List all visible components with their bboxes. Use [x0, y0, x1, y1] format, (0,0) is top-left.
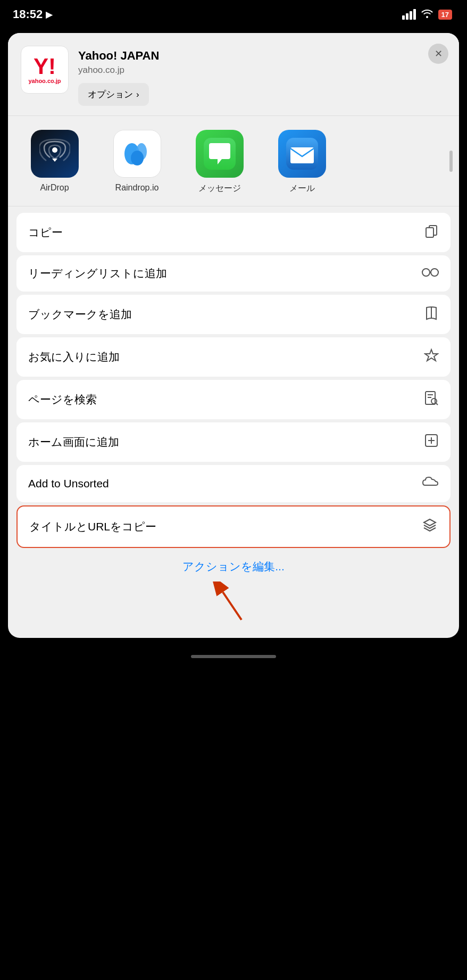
- glasses-icon: [422, 266, 439, 281]
- mail-label: メール: [289, 183, 315, 194]
- arrow-annotation: [8, 579, 459, 627]
- copy-label: コピー: [28, 225, 63, 240]
- star-icon: [424, 348, 439, 366]
- app-item-airdrop[interactable]: AirDrop: [13, 126, 96, 198]
- share-sheet-header: Y! yahoo.co.jp Yahoo! JAPAN yahoo.co.jp …: [8, 33, 459, 116]
- edit-actions[interactable]: アクションを編集...: [8, 550, 459, 579]
- apps-row: AirDrop Raindrop.io: [8, 126, 459, 198]
- location-icon: ▶: [46, 10, 52, 20]
- svg-line-22: [223, 592, 241, 620]
- copy-icon: [424, 223, 439, 242]
- raindrop-label: Raindrop.io: [115, 183, 159, 193]
- time-display: 18:52: [13, 7, 43, 21]
- app-item-mail[interactable]: メール: [261, 126, 343, 198]
- menu-item-copy[interactable]: コピー: [16, 213, 451, 252]
- menu-item-find[interactable]: ページを検索: [16, 380, 451, 419]
- close-icon: ✕: [435, 48, 443, 60]
- mail-icon: [278, 130, 326, 178]
- status-indicators: 17: [402, 9, 452, 21]
- edit-actions-link[interactable]: アクションを編集...: [182, 560, 285, 572]
- find-label: ページを検索: [28, 392, 97, 407]
- svg-point-3: [131, 151, 144, 165]
- svg-rect-8: [426, 228, 433, 237]
- status-bar: 18:52 ▶ 17: [0, 0, 467, 29]
- svg-point-10: [431, 269, 438, 276]
- site-url: yahoo.co.jp: [78, 65, 446, 76]
- site-logo: Y! yahoo.co.jp: [21, 46, 69, 94]
- home-indicator-area: [0, 643, 467, 670]
- add-square-icon: [424, 433, 439, 451]
- app-item-raindrop[interactable]: Raindrop.io: [96, 126, 178, 198]
- raindrop-icon: [113, 130, 161, 178]
- share-sheet: Y! yahoo.co.jp Yahoo! JAPAN yahoo.co.jp …: [8, 33, 459, 638]
- svg-line-15: [436, 403, 438, 405]
- svg-point-9: [422, 269, 430, 276]
- signal-bars: [402, 9, 416, 20]
- site-info: Yahoo! JAPAN yahoo.co.jp オプション ›: [78, 46, 446, 106]
- menu-section: コピー リーディングリストに追加: [8, 206, 459, 550]
- unsorted-label: Add to Unsorted: [28, 477, 109, 490]
- close-button[interactable]: ✕: [428, 44, 448, 64]
- wifi-icon: [421, 9, 433, 21]
- layers-icon: [422, 517, 438, 536]
- menu-item-reading-list[interactable]: リーディングリストに追加: [16, 255, 451, 292]
- sheet-background: Y! yahoo.co.jp Yahoo! JAPAN yahoo.co.jp …: [0, 29, 467, 980]
- red-arrow-icon: [207, 582, 260, 624]
- airdrop-icon: [31, 130, 79, 178]
- site-title: Yahoo! JAPAN: [78, 49, 446, 63]
- svg-marker-12: [425, 350, 438, 361]
- menu-item-bookmark[interactable]: ブックマークを追加: [16, 295, 451, 334]
- options-chevron-icon: ›: [136, 89, 139, 100]
- messages-icon: [196, 130, 244, 178]
- bookmark-label: ブックマークを追加: [28, 307, 132, 322]
- home-label: ホーム画面に追加: [28, 435, 119, 450]
- edit-actions-section: アクションを編集...: [8, 550, 459, 627]
- menu-item-unsorted[interactable]: Add to Unsorted: [16, 465, 451, 502]
- airdrop-label: AirDrop: [40, 183, 69, 193]
- menu-item-favorites[interactable]: お気に入りに追加: [16, 337, 451, 377]
- messages-label: メッセージ: [198, 183, 241, 194]
- scroll-indicator: [449, 151, 453, 172]
- apps-section: AirDrop Raindrop.io: [8, 116, 459, 206]
- svg-point-14: [431, 398, 437, 404]
- book-icon: [424, 305, 439, 323]
- svg-point-0: [52, 147, 57, 153]
- svg-rect-6: [290, 147, 314, 163]
- options-label: オプション: [88, 88, 133, 101]
- home-indicator: [191, 655, 276, 658]
- menu-item-copy-url[interactable]: タイトルとURLをコピー: [16, 505, 451, 548]
- app-item-messages[interactable]: メッセージ: [178, 126, 261, 198]
- status-time: 18:52 ▶: [13, 7, 52, 21]
- copy-url-label: タイトルとURLをコピー: [29, 519, 156, 534]
- reading-list-label: リーディングリストに追加: [28, 266, 167, 281]
- options-button[interactable]: オプション ›: [78, 83, 149, 106]
- favorites-label: お気に入りに追加: [28, 350, 120, 364]
- search-doc-icon: [424, 391, 439, 409]
- battery-level: 17: [438, 10, 452, 20]
- menu-item-home[interactable]: ホーム画面に追加: [16, 422, 451, 462]
- cloud-icon: [422, 476, 439, 492]
